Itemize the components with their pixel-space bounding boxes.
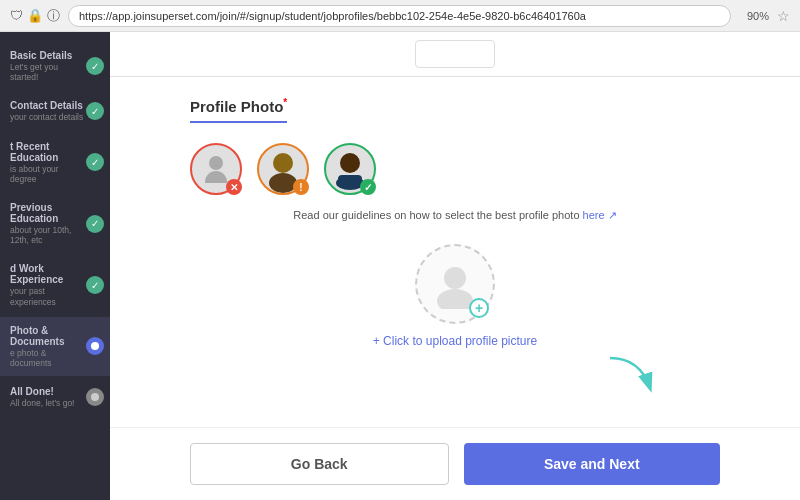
svg-point-1 [91, 393, 99, 401]
photo-example-good: ✓ [324, 143, 376, 195]
arrow-container [190, 358, 720, 398]
sidebar-item-title: All Done! [10, 386, 86, 397]
go-back-button[interactable]: Go Back [190, 443, 449, 485]
svg-point-0 [91, 342, 99, 350]
photo-badge-warn: ! [293, 179, 309, 195]
sidebar-item-recent-education[interactable]: t Recent Education is about your degree … [0, 133, 110, 192]
step-indicator [415, 40, 495, 68]
check-icon: ✓ [86, 215, 104, 233]
photo-badge-good: ✓ [360, 179, 376, 195]
main-layout: Basic Details Let's get you started! ✓ C… [0, 32, 800, 500]
upload-plus-icon: + [469, 298, 489, 318]
url-text: https://app.joinsuperset.com/join/#/sign… [79, 10, 586, 22]
bookmark-icon[interactable]: ☆ [777, 8, 790, 24]
upload-label[interactable]: + Click to upload profile picture [373, 334, 537, 348]
sidebar: Basic Details Let's get you started! ✓ C… [0, 32, 110, 500]
avatar-body [205, 171, 227, 183]
photo-examples: ✕ ! [190, 143, 720, 195]
sidebar-item-photo-documents[interactable]: Photo & Documents e photo & documents [0, 317, 110, 376]
guidelines-text: Read our guidelines on how to select the… [190, 207, 720, 224]
browser-chrome: 🛡 🔒 ⓘ https://app.joinsuperset.com/join/… [0, 0, 800, 32]
guidelines-link[interactable]: here ↗ [583, 209, 617, 221]
sidebar-item-subtitle: All done, let's go! [10, 398, 86, 408]
footer-buttons: Go Back Save and Next [110, 427, 800, 500]
top-bar [110, 32, 800, 77]
sidebar-item-title: d Work Experience [10, 263, 86, 285]
sidebar-item-subtitle: e photo & documents [10, 348, 86, 368]
check-icon: ✓ [86, 57, 104, 75]
sidebar-item-subtitle: your past experiences [10, 286, 86, 306]
sidebar-item-subtitle: your contact details [10, 112, 86, 122]
check-icon: ✓ [86, 276, 104, 294]
sidebar-item-basic-details[interactable]: Basic Details Let's get you started! ✓ [0, 42, 110, 90]
content-area: Profile Photo* ✕ [110, 32, 800, 500]
upload-area: + + Click to upload profile picture [190, 244, 720, 348]
lock-icon: 🔒 [27, 8, 43, 23]
photo-example-bad2: ! [257, 143, 309, 195]
sidebar-item-all-done[interactable]: All Done! All done, let's go! [0, 378, 110, 416]
inactive-step-indicator [86, 388, 104, 406]
info-icon: ⓘ [47, 7, 60, 25]
save-and-next-button[interactable]: Save and Next [464, 443, 721, 485]
sidebar-item-title: t Recent Education [10, 141, 86, 163]
photo-badge-bad: ✕ [226, 179, 242, 195]
check-icon: ✓ [86, 102, 104, 120]
svg-point-8 [437, 289, 473, 309]
sidebar-item-contact-details[interactable]: Contact Details your contact details ✓ [0, 92, 110, 130]
svg-point-7 [444, 267, 466, 289]
active-step-indicator [86, 337, 104, 355]
sidebar-item-subtitle: Let's get you started! [10, 62, 86, 82]
photo-example-bad1: ✕ [190, 143, 242, 195]
address-bar[interactable]: https://app.joinsuperset.com/join/#/sign… [68, 5, 731, 27]
sidebar-item-title: Basic Details [10, 50, 86, 61]
avatar-head [209, 156, 223, 170]
sidebar-item-work-experience[interactable]: d Work Experience your past experiences … [0, 255, 110, 314]
form-content: Profile Photo* ✕ [110, 77, 800, 427]
sidebar-item-title: Previous Education [10, 202, 86, 224]
zoom-level: 90% [747, 10, 769, 22]
browser-security-icons: 🛡 🔒 ⓘ [10, 7, 60, 25]
sidebar-item-title: Photo & Documents [10, 325, 86, 347]
sidebar-item-title: Contact Details [10, 100, 86, 111]
sidebar-item-subtitle: about your 10th, 12th, etc [10, 225, 86, 245]
check-icon: ✓ [86, 153, 104, 171]
arrow-indicator [600, 353, 660, 403]
upload-circle[interactable]: + [415, 244, 495, 324]
sidebar-item-previous-education[interactable]: Previous Education about your 10th, 12th… [0, 194, 110, 253]
sidebar-item-subtitle: is about your degree [10, 164, 86, 184]
svg-point-4 [340, 153, 360, 173]
external-link-icon: ↗ [608, 209, 617, 221]
svg-point-2 [273, 153, 293, 173]
shield-icon: 🛡 [10, 8, 23, 23]
section-title: Profile Photo* [190, 97, 720, 143]
